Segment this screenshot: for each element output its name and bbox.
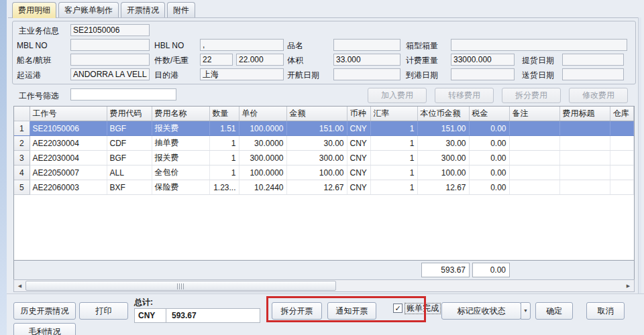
grand-total-label: 总计: xyxy=(134,297,153,308)
main-biz-field[interactable] xyxy=(70,24,150,36)
job-filter-input[interactable] xyxy=(70,88,176,100)
mark-receivable-dropdown-icon[interactable]: ▼ xyxy=(521,302,531,320)
delivery-date-label: 送货日期 xyxy=(522,70,554,80)
scrollbar-grip-icon xyxy=(177,283,185,289)
col-fee-title[interactable]: 费用标题 xyxy=(559,107,610,121)
bill-complete-label[interactable]: 账单完成 xyxy=(405,303,441,314)
tab-strip: 费用明细 客户账单制作 开票情况 附件 xyxy=(12,2,195,18)
etd-field[interactable] xyxy=(333,68,400,80)
col-unit-price[interactable]: 单价 xyxy=(239,107,286,121)
footer-divider xyxy=(7,293,644,294)
tab-attachments[interactable]: 附件 xyxy=(167,2,195,17)
grand-total-amount: 593.67 xyxy=(166,308,260,323)
product-name-label: 品名 xyxy=(287,40,303,51)
mbl-field[interactable] xyxy=(70,39,150,51)
weight-field[interactable] xyxy=(236,54,284,66)
job-filter-label: 工作号筛选 xyxy=(19,90,59,101)
profit-button[interactable]: 毛利情况 xyxy=(13,323,76,335)
print-button[interactable]: 打印 xyxy=(79,302,128,320)
col-fee-code[interactable]: 费用代码 xyxy=(107,107,152,121)
col-qty[interactable]: 数量 xyxy=(209,107,239,121)
volume-label: 体积 xyxy=(287,55,303,66)
col-warehouse[interactable]: 仓库 xyxy=(610,107,633,121)
col-currency[interactable]: 币种 xyxy=(347,107,370,121)
grand-total-currency: CNY xyxy=(134,308,166,323)
bill-complete-checkbox[interactable]: ✓ xyxy=(393,304,402,313)
container-qty-field[interactable] xyxy=(451,39,627,51)
col-job-no[interactable]: 工作号 xyxy=(30,107,107,121)
tab-invoice-status[interactable]: 开票情况 xyxy=(121,2,165,17)
transfer-fee-button[interactable]: 转移费用 xyxy=(435,88,494,103)
grid-totals-strip: 593.67 0.00 xyxy=(13,261,635,279)
col-remark[interactable]: 备注 xyxy=(509,107,559,121)
eta-field[interactable] xyxy=(451,68,515,80)
pieces-weight-label: 件数/毛重 xyxy=(154,55,189,66)
tab-fee-detail[interactable]: 费用明细 xyxy=(12,2,56,18)
pol-label: 起运港 xyxy=(17,70,41,80)
grand-total-box: CNY 593.67 xyxy=(134,308,260,323)
tab-customer-bill[interactable]: 客户账单制作 xyxy=(58,2,119,17)
col-fee-name[interactable]: 费用名称 xyxy=(152,107,209,121)
hbl-label: HBL NO xyxy=(154,40,184,51)
col-tax[interactable]: 税金 xyxy=(469,107,509,121)
eta-label: 到港日期 xyxy=(406,70,438,80)
col-amount[interactable]: 金额 xyxy=(286,107,347,121)
pickup-date-label: 提货日期 xyxy=(522,55,554,66)
scroll-left-icon[interactable]: ◀ xyxy=(15,281,25,291)
table-row[interactable]: 2 AE22030004 CDF 抽单费 1 30.0000 30.00 CNY… xyxy=(14,136,633,151)
container-qty-label: 箱型箱量 xyxy=(406,40,438,51)
col-rownum[interactable] xyxy=(14,107,30,121)
add-fee-button[interactable]: 加入费用 xyxy=(368,88,427,103)
modify-fee-button[interactable]: 修改费用 xyxy=(569,88,628,103)
pickup-date-field[interactable] xyxy=(562,54,624,66)
pod-field[interactable] xyxy=(200,68,284,80)
history-invoice-button[interactable]: 历史开票情况 xyxy=(13,302,76,320)
scroll-right-icon[interactable]: ▶ xyxy=(623,281,633,291)
vessel-label: 船名/航班 xyxy=(17,55,51,66)
table-header-row: 工作号 费用代码 费用名称 数量 单价 金额 币种 汇率 本位币金额 税金 备注… xyxy=(14,107,633,121)
split-invoice-button[interactable]: 拆分开票 xyxy=(272,302,322,320)
mark-receivable-button[interactable]: 标记应收状态 xyxy=(441,302,521,320)
window-right-edge xyxy=(638,17,641,293)
col-rate[interactable]: 汇率 xyxy=(370,107,417,121)
scrollbar-thumb[interactable] xyxy=(25,281,336,291)
table-row[interactable]: 4 AE22050007 ALL 全包价 1 100.0000 100.00 C… xyxy=(14,165,633,180)
charge-weight-field[interactable] xyxy=(451,54,515,66)
total-tax: 0.00 xyxy=(472,263,510,277)
product-name-field[interactable] xyxy=(333,39,400,51)
vessel-field[interactable] xyxy=(70,54,150,66)
mbl-label: MBL NO xyxy=(17,40,48,51)
delivery-date-field[interactable] xyxy=(562,68,624,80)
split-fee-button[interactable]: 拆分费用 xyxy=(502,88,561,103)
notify-invoice-button[interactable]: 通知开票 xyxy=(327,302,376,320)
etd-label: 开航日期 xyxy=(287,70,319,80)
pieces-field[interactable] xyxy=(200,54,233,66)
pod-label: 目的港 xyxy=(154,70,178,80)
main-biz-label: 主业务信息 xyxy=(19,25,59,36)
pol-field[interactable] xyxy=(70,68,150,80)
table-row[interactable]: 3 AE22030004 BGF 报关费 1 300.0000 300.00 C… xyxy=(14,151,633,165)
horizontal-scrollbar[interactable]: ◀ ▶ xyxy=(13,279,635,292)
volume-field[interactable] xyxy=(333,54,400,66)
ok-button[interactable]: 确定 xyxy=(535,302,573,320)
charge-weight-label: 计费重量 xyxy=(406,55,438,66)
fee-table: 工作号 费用代码 费用名称 数量 单价 金额 币种 汇率 本位币金额 税金 备注… xyxy=(13,106,635,261)
cancel-button[interactable]: 取消 xyxy=(586,302,625,320)
col-local-amount[interactable]: 本位币金额 xyxy=(417,107,469,121)
window-left-edge xyxy=(0,0,7,335)
total-local-amount: 593.67 xyxy=(421,263,470,277)
hbl-field[interactable] xyxy=(200,39,284,51)
table-row[interactable]: 1 SE21050006 BGF 报关费 1.51 100.0000 151.0… xyxy=(14,121,633,136)
table-row[interactable]: 5 AE22060003 BXF 保险费 1.23... 10.2440 12.… xyxy=(14,180,633,195)
